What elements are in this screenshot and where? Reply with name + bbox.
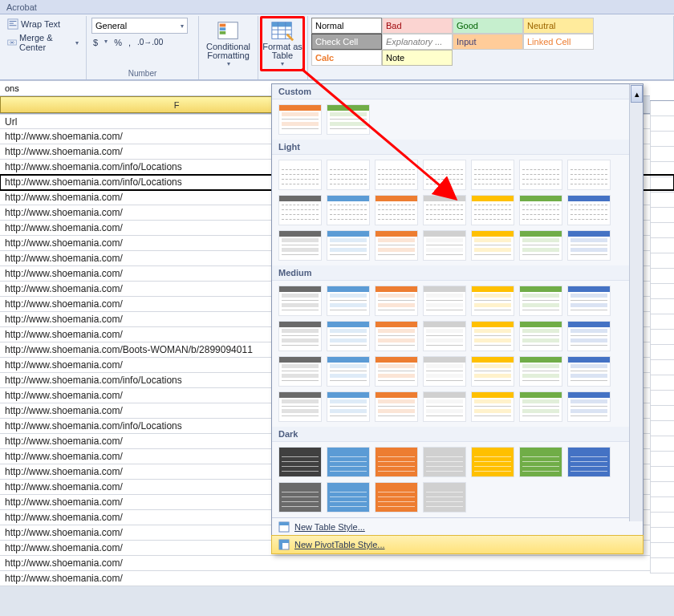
table-icon xyxy=(270,20,294,43)
cell-style-check-cell[interactable]: Check Cell xyxy=(311,34,382,50)
table-style-swatch[interactable] xyxy=(278,482,322,513)
cell-styles-gallery[interactable]: NormalBadGoodNeutralCheck CellExplanator… xyxy=(311,18,608,66)
new-pivottable-style[interactable]: New PivotTable Style... xyxy=(271,535,644,554)
table-style-gallery: ▴ Custom Light Medium Dark New Table Sty… xyxy=(271,83,644,554)
conditional-formatting-button[interactable]: Conditional Formatting▾ xyxy=(204,18,253,70)
svg-rect-0 xyxy=(8,19,18,29)
table-style-swatch[interactable] xyxy=(567,286,611,316)
ribbon: Wrap Text Merge & Center ▾ General ▾ $▾ … xyxy=(0,14,674,80)
table-style-swatch[interactable] xyxy=(423,391,466,422)
scrollbar[interactable]: ▴ xyxy=(629,84,643,521)
table-style-swatch[interactable] xyxy=(471,356,514,387)
table-style-swatch[interactable] xyxy=(471,321,514,351)
table-style-swatch[interactable] xyxy=(375,391,418,422)
table-style-swatch[interactable] xyxy=(278,391,322,422)
table-style-swatch[interactable] xyxy=(471,230,514,261)
table-style-swatch[interactable] xyxy=(327,321,370,351)
table-style-swatch[interactable] xyxy=(423,160,466,190)
svg-rect-4 xyxy=(219,27,225,30)
table-style-swatch[interactable] xyxy=(567,391,611,422)
table-style-swatch[interactable] xyxy=(423,230,466,261)
table-style-swatch[interactable] xyxy=(567,447,611,477)
table-style-swatch[interactable] xyxy=(375,160,418,190)
table-style-swatch[interactable] xyxy=(519,160,562,190)
table-style-swatch[interactable] xyxy=(327,104,370,135)
table-style-swatch[interactable] xyxy=(375,447,418,477)
table-style-swatch[interactable] xyxy=(375,230,418,261)
dropdown-icon: ▾ xyxy=(181,22,184,30)
cell-style-input[interactable]: Input xyxy=(453,34,523,50)
format-as-table-button[interactable]: Format as Table▾ xyxy=(260,16,305,71)
table-style-swatch[interactable] xyxy=(519,230,562,261)
cell[interactable]: http://www.shoemania.com/ xyxy=(0,571,674,586)
table-style-swatch[interactable] xyxy=(278,356,322,387)
table-style-swatch[interactable] xyxy=(327,195,370,225)
table-style-swatch[interactable] xyxy=(278,447,322,477)
table-style-swatch[interactable] xyxy=(567,230,611,261)
comma-button[interactable]: , xyxy=(128,38,131,47)
table-style-swatch[interactable] xyxy=(519,195,562,225)
table-style-swatch[interactable] xyxy=(327,356,370,387)
new-table-style[interactable]: New Table Style... xyxy=(272,518,643,536)
table-style-swatch[interactable] xyxy=(567,195,611,225)
section-dark: Dark xyxy=(272,427,643,442)
table-style-swatch[interactable] xyxy=(327,230,370,261)
table-style-swatch[interactable] xyxy=(519,391,562,422)
table-style-swatch[interactable] xyxy=(519,321,562,351)
table-style-swatch[interactable] xyxy=(375,482,418,513)
table-style-swatch[interactable] xyxy=(567,356,611,387)
table-style-swatch[interactable] xyxy=(327,447,370,477)
conditional-formatting-icon xyxy=(217,20,241,43)
currency-button[interactable]: $ xyxy=(93,38,98,47)
table-style-swatch[interactable] xyxy=(423,356,466,387)
table-style-swatch[interactable] xyxy=(471,391,514,422)
table-style-swatch[interactable] xyxy=(278,286,322,316)
table-style-swatch[interactable] xyxy=(327,160,370,190)
table-style-swatch[interactable] xyxy=(327,482,370,513)
table-style-swatch[interactable] xyxy=(375,195,418,225)
table-style-swatch[interactable] xyxy=(423,195,466,225)
table-style-swatch[interactable] xyxy=(375,286,418,316)
table-style-swatch[interactable] xyxy=(423,482,466,513)
table-style-swatch[interactable] xyxy=(278,160,322,190)
table-style-swatch[interactable] xyxy=(471,286,514,316)
table-style-swatch[interactable] xyxy=(278,104,322,135)
cell-style-note[interactable]: Note xyxy=(382,50,453,66)
table-style-swatch[interactable] xyxy=(471,195,514,225)
table-style-swatch[interactable] xyxy=(567,160,611,190)
table-style-swatch[interactable] xyxy=(278,230,322,261)
table-style-swatch[interactable] xyxy=(327,286,370,316)
cell-style-neutral[interactable]: Neutral xyxy=(523,18,594,34)
cell-style-explanatory-[interactable]: Explanatory ... xyxy=(382,34,453,50)
table-style-swatch[interactable] xyxy=(375,321,418,351)
tab-acrobat[interactable]: Acrobat xyxy=(6,2,37,12)
table-style-swatch[interactable] xyxy=(567,321,611,351)
table-style-swatch[interactable] xyxy=(278,195,322,225)
table-style-swatch[interactable] xyxy=(327,391,370,422)
scrollbar-up[interactable]: ▴ xyxy=(631,85,643,103)
percent-button[interactable]: % xyxy=(114,38,122,47)
table-style-swatch[interactable] xyxy=(471,160,514,190)
section-light: Light xyxy=(272,140,643,155)
wrap-text-button[interactable]: Wrap Text xyxy=(5,18,63,30)
table-style-swatch[interactable] xyxy=(519,447,562,477)
table-style-swatch[interactable] xyxy=(278,321,322,351)
table-style-swatch[interactable] xyxy=(471,447,514,477)
table-style-swatch[interactable] xyxy=(519,286,562,316)
table-style-swatch[interactable] xyxy=(519,356,562,387)
table-style-swatch[interactable] xyxy=(423,286,466,316)
increase-decimal-button[interactable]: .0→.00 xyxy=(137,38,163,47)
cell[interactable]: http://www.shoemania.com/ xyxy=(0,556,674,571)
merge-center-button[interactable]: Merge & Center ▾ xyxy=(5,32,81,53)
section-custom: Custom xyxy=(272,84,643,99)
svg-rect-7 xyxy=(272,22,291,27)
table-style-swatch[interactable] xyxy=(423,321,466,351)
cell-style-bad[interactable]: Bad xyxy=(382,18,453,34)
cell-style-good[interactable]: Good xyxy=(453,18,523,34)
cell-style-calc[interactable]: Calc xyxy=(311,50,382,66)
table-style-swatch[interactable] xyxy=(423,447,466,477)
number-format-select[interactable]: General ▾ xyxy=(91,18,188,34)
table-style-swatch[interactable] xyxy=(375,356,418,387)
cell-style-linked-cell[interactable]: Linked Cell xyxy=(523,34,594,50)
cell-style-normal[interactable]: Normal xyxy=(311,18,382,34)
